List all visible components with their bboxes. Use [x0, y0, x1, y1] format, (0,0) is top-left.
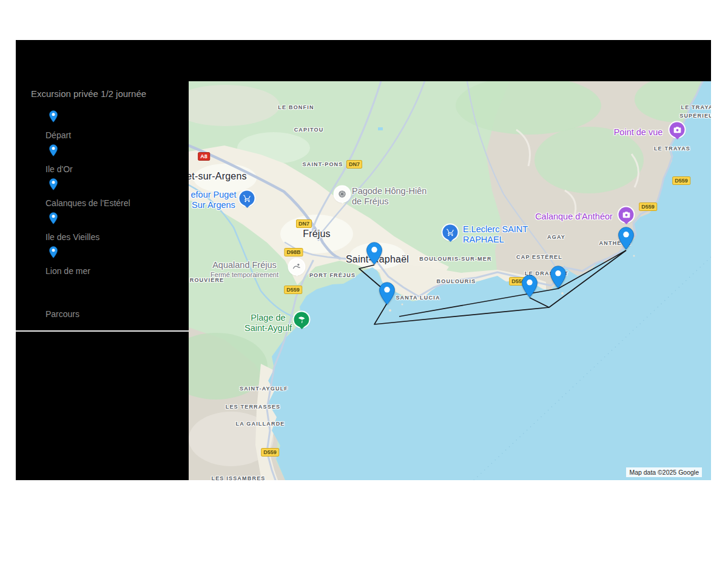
map-pin-icon — [49, 212, 58, 224]
legend-items: DépartIle d'OrCalanques de l'EstérelIle … — [16, 110, 130, 280]
map-pin-icon — [49, 178, 58, 190]
map-canvas[interactable]: LE BONFINCAPITOUSAINT-PONSPORT FRÉJUSROU… — [189, 81, 711, 480]
legend-separator — [16, 330, 189, 332]
legend-item-label: Calanques de l'Estérel — [46, 198, 130, 209]
legend-item-label: Lion de mer — [46, 266, 130, 276]
map-pin-icon — [49, 144, 58, 156]
legend-sidebar: Excursion privée 1/2 journée DépartIle d… — [16, 40, 189, 480]
legend-item-d-part[interactable]: Départ — [16, 110, 130, 141]
map-pin-icon — [49, 246, 58, 258]
excursion-map-embed: Excursion privée 1/2 journée DépartIle d… — [16, 40, 711, 480]
map-attribution: Map data ©2025 Google — [626, 467, 702, 477]
legend-title: Excursion privée 1/2 journée — [31, 89, 146, 99]
map-pin-icon — [49, 110, 58, 122]
legend-item-ile-d-or[interactable]: Ile d'Or — [16, 144, 130, 175]
legend-item-ile-des-vieilles[interactable]: Ile des Vieilles — [16, 212, 130, 243]
legend-item-calanques-de-l-est-rel[interactable]: Calanques de l'Estérel — [16, 178, 130, 209]
legend-item-label: Ile d'Or — [46, 164, 130, 175]
legend-item-label: Ile des Vieilles — [46, 232, 130, 243]
legend-item-lion-de-mer[interactable]: Lion de mer — [16, 246, 130, 276]
legend-section-parcours: Parcours — [46, 309, 79, 319]
map-terrain — [189, 81, 711, 480]
legend-item-label: Départ — [46, 130, 130, 141]
